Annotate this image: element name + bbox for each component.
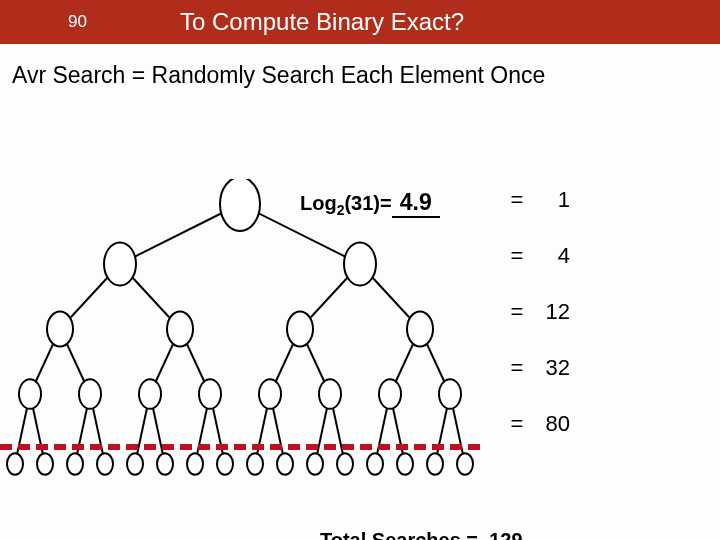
svg-point-56 bbox=[337, 453, 353, 475]
level-row: =32 bbox=[504, 357, 570, 379]
slide-title: To Compute Binary Exact? bbox=[180, 8, 464, 36]
log-expression: Log2(31)=4.9 bbox=[300, 189, 440, 218]
svg-point-49 bbox=[127, 453, 143, 475]
svg-point-45 bbox=[7, 453, 23, 475]
svg-point-42 bbox=[319, 379, 341, 409]
level-row: =4 bbox=[504, 245, 570, 267]
dashed-separator bbox=[0, 444, 480, 450]
svg-point-33 bbox=[47, 311, 73, 346]
svg-point-41 bbox=[259, 379, 281, 409]
level-row: =12 bbox=[504, 301, 570, 323]
level-values: =1=4=12=32=80 bbox=[504, 189, 570, 435]
svg-point-43 bbox=[379, 379, 401, 409]
equals-sign: = bbox=[504, 413, 530, 435]
log-value: 4.9 bbox=[392, 189, 440, 218]
level-value: 1 bbox=[530, 189, 570, 211]
equals-sign: = bbox=[504, 245, 530, 267]
equals-sign: = bbox=[504, 189, 530, 211]
svg-point-44 bbox=[439, 379, 461, 409]
svg-point-52 bbox=[217, 453, 233, 475]
svg-point-39 bbox=[139, 379, 161, 409]
svg-point-37 bbox=[19, 379, 41, 409]
svg-point-32 bbox=[344, 242, 376, 285]
slide-number: 90 bbox=[68, 12, 87, 32]
level-value: 32 bbox=[530, 357, 570, 379]
svg-point-46 bbox=[37, 453, 53, 475]
log-arg: (31)= bbox=[344, 192, 391, 214]
svg-point-30 bbox=[220, 179, 260, 231]
svg-point-57 bbox=[367, 453, 383, 475]
svg-point-35 bbox=[287, 311, 313, 346]
svg-point-59 bbox=[427, 453, 443, 475]
svg-point-34 bbox=[167, 311, 193, 346]
subtitle: Avr Search = Randomly Search Each Elemen… bbox=[12, 62, 720, 89]
svg-point-38 bbox=[79, 379, 101, 409]
log-prefix: Log bbox=[300, 192, 337, 214]
svg-point-31 bbox=[104, 242, 136, 285]
total-label: Total Searches = bbox=[320, 529, 478, 540]
binary-tree-diagram bbox=[0, 179, 480, 479]
title-bar: 90 To Compute Binary Exact? bbox=[0, 0, 720, 44]
level-value: 12 bbox=[530, 301, 570, 323]
equals-sign: = bbox=[504, 301, 530, 323]
svg-point-53 bbox=[247, 453, 263, 475]
total-line: Total Searches = 129 bbox=[320, 529, 523, 540]
level-value: 4 bbox=[530, 245, 570, 267]
svg-point-50 bbox=[157, 453, 173, 475]
level-row: =80 bbox=[504, 413, 570, 435]
svg-point-47 bbox=[67, 453, 83, 475]
svg-point-55 bbox=[307, 453, 323, 475]
level-row: =1 bbox=[504, 189, 570, 211]
svg-point-54 bbox=[277, 453, 293, 475]
level-value: 80 bbox=[530, 413, 570, 435]
svg-point-58 bbox=[397, 453, 413, 475]
svg-point-36 bbox=[407, 311, 433, 346]
equals-sign: = bbox=[504, 357, 530, 379]
svg-point-51 bbox=[187, 453, 203, 475]
svg-point-60 bbox=[457, 453, 473, 475]
svg-point-40 bbox=[199, 379, 221, 409]
svg-point-48 bbox=[97, 453, 113, 475]
total-value: 129 bbox=[489, 529, 522, 540]
